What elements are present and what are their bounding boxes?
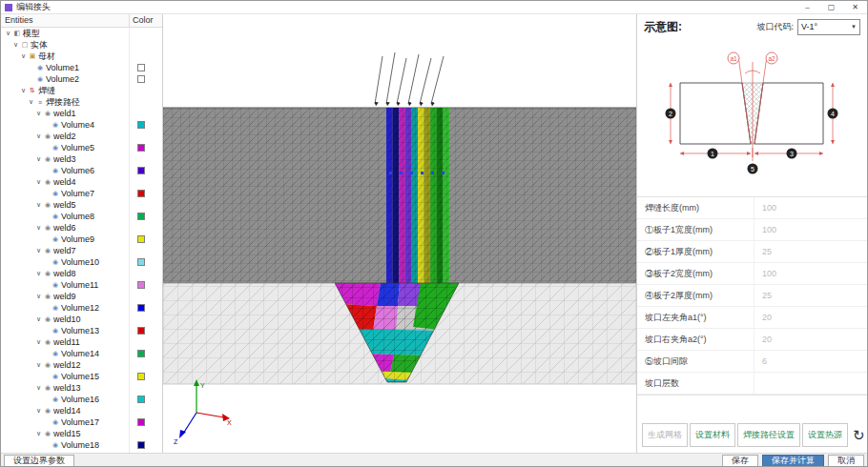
tree-item-Volume7[interactable]: ◉Volume7 bbox=[1, 188, 162, 199]
color-swatch[interactable] bbox=[137, 350, 145, 357]
color-swatch[interactable] bbox=[137, 327, 145, 335]
tree-item-weld10[interactable]: ∨◉weld10 bbox=[1, 314, 162, 325]
chevron-expanded-icon[interactable]: ∨ bbox=[11, 41, 20, 49]
param-value[interactable]: 20 bbox=[754, 307, 867, 328]
tree-item-weld3[interactable]: ∨◉weld3 bbox=[1, 153, 162, 165]
color-swatch[interactable] bbox=[137, 396, 145, 403]
color-swatch[interactable] bbox=[137, 235, 145, 243]
param-value[interactable]: 25 bbox=[754, 285, 867, 306]
color-swatch[interactable] bbox=[137, 441, 145, 449]
minimize-icon[interactable]: – bbox=[796, 1, 819, 13]
tree-item-weld4[interactable]: ∨◉weld4 bbox=[1, 176, 162, 188]
tree-item-Volume6[interactable]: ◉Volume6 bbox=[1, 165, 162, 176]
chevron-expanded-icon[interactable]: ∨ bbox=[34, 270, 43, 277]
chevron-expanded-icon[interactable]: ∨ bbox=[34, 430, 43, 437]
tree-item-Volume15[interactable]: ◉Volume15 bbox=[1, 371, 162, 382]
tree-item-焊缝[interactable]: ∨⇅焊缝 bbox=[1, 85, 162, 96]
color-swatch[interactable] bbox=[137, 213, 145, 220]
tree-item-weld1[interactable]: ∨◉weld1 bbox=[1, 108, 162, 119]
volume-icon: ◉ bbox=[51, 441, 60, 449]
cancel-button[interactable]: 取消 bbox=[828, 455, 864, 467]
tree-item-weld2[interactable]: ∨◉weld2 bbox=[1, 131, 162, 142]
tree-item-Volume18[interactable]: ◉Volume18 bbox=[1, 439, 162, 451]
param-value[interactable]: 100 bbox=[754, 197, 867, 218]
param-value[interactable]: 25 bbox=[754, 241, 867, 262]
tree-item-weld7[interactable]: ∨◉weld7 bbox=[1, 245, 162, 256]
tree-item-weld8[interactable]: ∨◉weld8 bbox=[1, 268, 162, 279]
tree-item-weld5[interactable]: ∨◉weld5 bbox=[1, 199, 162, 211]
tree-item-Volume16[interactable]: ◉Volume16 bbox=[1, 394, 162, 405]
tree-item-Volume1[interactable]: ◉Volume1 bbox=[1, 62, 162, 73]
tree-item-Volume9[interactable]: ◉Volume9 bbox=[1, 234, 162, 245]
param-value[interactable]: 20 bbox=[754, 329, 867, 350]
tree-item-Volume14[interactable]: ◉Volume14 bbox=[1, 348, 162, 359]
chevron-expanded-icon[interactable]: ∨ bbox=[27, 98, 35, 106]
save-button[interactable]: 保存 bbox=[722, 455, 758, 467]
chevron-expanded-icon[interactable]: ∨ bbox=[19, 52, 28, 60]
color-swatch[interactable] bbox=[137, 64, 145, 71]
chevron-expanded-icon[interactable]: ∨ bbox=[34, 110, 43, 117]
param-value[interactable]: 6 bbox=[754, 351, 867, 372]
color-swatch[interactable] bbox=[137, 258, 145, 266]
tree-item-Volume17[interactable]: ◉Volume17 bbox=[1, 416, 162, 428]
chevron-expanded-icon[interactable]: ∨ bbox=[34, 224, 43, 232]
color-swatch[interactable] bbox=[137, 418, 145, 426]
chevron-expanded-icon[interactable]: ∨ bbox=[34, 338, 43, 346]
tree-item-焊接路径[interactable]: ∨≡焊接路径 bbox=[1, 96, 162, 108]
tree-item-weld13[interactable]: ∨◉weld13 bbox=[1, 382, 162, 394]
chevron-expanded-icon[interactable]: ∨ bbox=[34, 407, 43, 415]
color-swatch[interactable] bbox=[137, 121, 145, 129]
color-swatch[interactable] bbox=[137, 373, 145, 380]
tree-item-Volume13[interactable]: ◉Volume13 bbox=[1, 325, 162, 336]
tree-item-weld12[interactable]: ∨◉weld12 bbox=[1, 359, 162, 371]
color-swatch[interactable] bbox=[137, 304, 145, 312]
tree-item-Volume4[interactable]: ◉Volume4 bbox=[1, 119, 162, 131]
color-column-header: Color bbox=[129, 14, 162, 27]
chevron-expanded-icon[interactable]: ∨ bbox=[34, 201, 43, 209]
color-swatch[interactable] bbox=[137, 190, 145, 197]
tab-生成网格[interactable]: 生成网格 bbox=[642, 423, 688, 447]
close-icon[interactable]: ✕ bbox=[843, 1, 867, 13]
chevron-expanded-icon[interactable]: ∨ bbox=[34, 384, 43, 392]
tab-焊接路径设置[interactable]: 焊接路径设置 bbox=[737, 423, 800, 447]
color-swatch[interactable] bbox=[137, 75, 145, 83]
save-and-compute-button[interactable]: 保存并计算 bbox=[762, 455, 824, 467]
tree-item-实体[interactable]: ∨▢实体 bbox=[1, 39, 162, 51]
entities-column-header: Entities bbox=[1, 14, 129, 27]
tree-item-模型[interactable]: ∨◧模型 bbox=[1, 28, 162, 39]
chevron-expanded-icon[interactable]: ∨ bbox=[34, 315, 43, 323]
tree-item-母材[interactable]: ∨▣母材 bbox=[1, 51, 162, 62]
tree-item-Volume10[interactable]: ◉Volume10 bbox=[1, 256, 162, 268]
color-swatch[interactable] bbox=[137, 167, 145, 174]
color-swatch[interactable] bbox=[137, 281, 145, 289]
chevron-expanded-icon[interactable]: ∨ bbox=[34, 155, 43, 163]
tab-设置材料[interactable]: 设置材料 bbox=[690, 423, 735, 447]
tree-item-weld15[interactable]: ∨◉weld15 bbox=[1, 428, 162, 439]
tree-item-Volume5[interactable]: ◉Volume5 bbox=[1, 142, 162, 153]
tab-设置热源[interactable]: 设置热源 bbox=[802, 423, 848, 447]
refresh-icon[interactable]: ↻ bbox=[853, 428, 865, 442]
chevron-expanded-icon[interactable]: ∨ bbox=[34, 132, 43, 140]
color-swatch[interactable] bbox=[137, 144, 145, 152]
chevron-expanded-icon[interactable]: ∨ bbox=[4, 30, 12, 37]
chevron-expanded-icon[interactable]: ∨ bbox=[34, 178, 43, 186]
chevron-expanded-icon[interactable]: ∨ bbox=[34, 247, 43, 254]
tree-item-weld9[interactable]: ∨◉weld9 bbox=[1, 291, 162, 302]
tree-item-Volume12[interactable]: ◉Volume12 bbox=[1, 302, 162, 314]
param-value[interactable] bbox=[754, 373, 867, 394]
tree-item-weld6[interactable]: ∨◉weld6 bbox=[1, 222, 162, 234]
tree-item-weld11[interactable]: ∨◉weld11 bbox=[1, 336, 162, 348]
tree-item-Volume11[interactable]: ◉Volume11 bbox=[1, 279, 162, 291]
viewport-3d[interactable]: Y X Z bbox=[163, 14, 636, 453]
set-boundary-params-button[interactable]: 设置边界参数 bbox=[4, 455, 74, 467]
tree-item-Volume8[interactable]: ◉Volume8 bbox=[1, 211, 162, 222]
chevron-expanded-icon[interactable]: ∨ bbox=[34, 293, 43, 300]
tree-item-weld14[interactable]: ∨◉weld14 bbox=[1, 405, 162, 416]
chevron-expanded-icon[interactable]: ∨ bbox=[19, 87, 28, 94]
chevron-expanded-icon[interactable]: ∨ bbox=[34, 361, 43, 369]
groove-code-select[interactable]: V-1° ▼ bbox=[797, 19, 860, 35]
param-value[interactable]: 100 bbox=[754, 219, 867, 240]
maximize-icon[interactable]: ▢ bbox=[819, 1, 843, 13]
tree-item-Volume2[interactable]: ◉Volume2 bbox=[1, 73, 162, 85]
param-value[interactable]: 100 bbox=[754, 263, 867, 284]
